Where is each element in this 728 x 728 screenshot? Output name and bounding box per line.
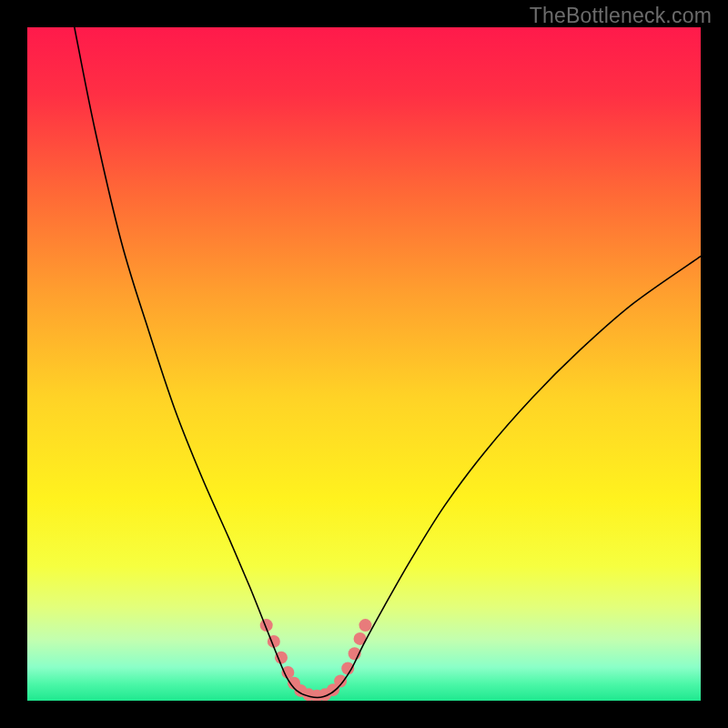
plot-area (27, 27, 701, 701)
bottleneck-curve (75, 27, 701, 698)
marker-group (260, 619, 372, 701)
marker-dot (281, 666, 294, 679)
chart-svg (27, 27, 701, 701)
marker-dot (359, 619, 371, 632)
chart-frame: TheBottleneck.com (0, 0, 728, 728)
watermark-text: TheBottleneck.com (530, 4, 712, 28)
